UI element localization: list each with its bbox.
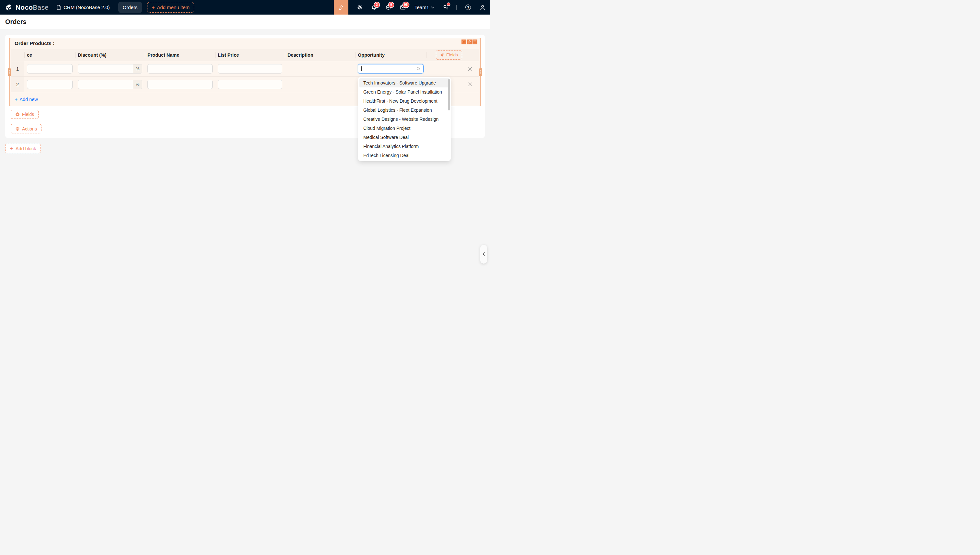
header-actions: Fields: [426, 49, 479, 61]
settings-button[interactable]: [357, 5, 363, 10]
dropdown-scrollbar[interactable]: [448, 79, 450, 111]
description-cell[interactable]: [285, 61, 355, 76]
page-content: Order Products : ce Discount (%) Product…: [0, 29, 490, 278]
menu-tab-orders[interactable]: Orders: [118, 2, 142, 13]
dropdown-option[interactable]: HealthFirst - New Drug Development: [359, 96, 449, 106]
header-description: Description: [285, 49, 355, 61]
row-index: 2: [11, 77, 24, 92]
remove-row-button[interactable]: [468, 82, 472, 87]
text-cursor: [361, 66, 362, 71]
page-title: Orders: [5, 18, 27, 26]
collapse-panel-button[interactable]: [480, 245, 487, 263]
form-fields-button[interactable]: Fields: [11, 110, 39, 119]
dropdown-option[interactable]: Tech Innovators - Software Upgrade: [359, 79, 449, 87]
nocobase-logo-icon: [5, 3, 13, 12]
brand-name: NocoBase: [16, 3, 48, 11]
plus-icon: +: [14, 97, 18, 102]
plus-icon: +: [10, 145, 13, 152]
tasks-button[interactable]: 9: [386, 5, 391, 10]
table-row-1: 1 %: [11, 61, 479, 77]
dropdown-option[interactable]: Creative Designs - Website Redesign: [359, 115, 449, 124]
percent-addon: %: [133, 80, 142, 89]
user-button[interactable]: [480, 5, 486, 10]
search-icon: [417, 67, 421, 71]
discount-input[interactable]: %: [78, 64, 142, 74]
app-switcher[interactable]: CRM (NocoBase 2.0): [56, 5, 110, 10]
dropdown-option[interactable]: EdTech Licensing Deal: [359, 151, 449, 160]
ui-editor-button[interactable]: [334, 0, 348, 14]
gear-icon: [15, 127, 20, 131]
header-product-name: Product Name: [145, 49, 215, 61]
chevron-left-icon: [483, 252, 485, 256]
plus-icon: +: [152, 5, 154, 10]
team-switcher[interactable]: Team1: [415, 5, 434, 10]
dropdown-option[interactable]: Financial Analytics Platform: [359, 142, 449, 151]
gear-icon: [357, 5, 363, 10]
header-list-price: List Price: [215, 49, 285, 61]
opportunity-select[interactable]: [358, 64, 423, 74]
add-menu-item-label: Add menu item: [157, 5, 190, 10]
block-menu-icon[interactable]: [473, 40, 477, 44]
person-icon: [480, 5, 486, 10]
unit-price-input[interactable]: [27, 80, 72, 89]
notifications-badge: 3: [374, 2, 380, 8]
page-header: Orders: [0, 14, 490, 29]
chevron-down-icon: [431, 6, 434, 8]
lightning-icon[interactable]: [467, 40, 472, 44]
team-label: Team1: [415, 5, 429, 10]
help-icon: ?: [465, 5, 471, 10]
doc-icon: [56, 5, 61, 10]
remove-row-button[interactable]: [468, 67, 472, 71]
table-fields-button[interactable]: Fields: [436, 50, 462, 59]
navbar-right: 3 9 98 Team1 ?: [334, 0, 490, 14]
product-name-input[interactable]: [148, 64, 212, 74]
table-header-row: ce Discount (%) Product Name List Price …: [11, 49, 479, 61]
help-button[interactable]: ?: [465, 5, 471, 10]
gear-icon: [440, 53, 444, 57]
opportunity-dropdown: Tech Innovators - Software Upgrade Green…: [358, 77, 451, 161]
gear-icon: [15, 112, 20, 117]
header-opportunity: Opportunity: [355, 49, 426, 61]
header-discount: Discount (%): [75, 49, 145, 61]
dropdown-option[interactable]: Green Energy - Solar Panel Installation: [359, 87, 449, 96]
dropdown-option[interactable]: Medical Software Deal: [359, 133, 449, 142]
list-price-input[interactable]: [218, 64, 282, 74]
block-designer-toolbar: [462, 40, 477, 44]
navbar-divider: [456, 5, 457, 10]
discount-input[interactable]: %: [78, 80, 142, 89]
header-unit-price: ce: [24, 49, 75, 61]
dropdown-option[interactable]: Cloud Migration Project: [359, 124, 449, 133]
row-index: 1: [11, 61, 24, 76]
app-switcher-label: CRM (NocoBase 2.0): [64, 5, 110, 10]
unit-price-input[interactable]: [27, 64, 72, 74]
header-index: [11, 49, 24, 61]
key-alert-dot: [447, 3, 450, 5]
nocobase-brand[interactable]: NocoBase: [5, 3, 48, 12]
tasks-badge: 9: [389, 2, 394, 8]
messages-button[interactable]: 98: [400, 5, 406, 10]
block-resize-handle-right[interactable]: [479, 68, 482, 76]
add-menu-item-button[interactable]: + Add menu item: [147, 2, 194, 13]
product-name-input[interactable]: [148, 80, 212, 89]
messages-badge: 98: [403, 2, 409, 8]
description-cell[interactable]: [285, 77, 355, 92]
add-block-button[interactable]: + Add block: [5, 144, 41, 153]
dropdown-option[interactable]: Global Logistics - Fleet Expansion: [359, 106, 449, 115]
top-navbar: NocoBase CRM (NocoBase 2.0) Orders + Add…: [0, 0, 490, 14]
form-actions-button[interactable]: Actions: [11, 124, 42, 133]
api-keys-button[interactable]: [443, 5, 449, 10]
highlighter-pen-icon: [338, 5, 344, 10]
list-price-input[interactable]: [218, 80, 282, 89]
notifications-button[interactable]: 3: [372, 5, 377, 10]
percent-addon: %: [133, 64, 142, 73]
block-title: Order Products :: [14, 40, 55, 46]
drag-move-icon[interactable]: [462, 40, 466, 44]
